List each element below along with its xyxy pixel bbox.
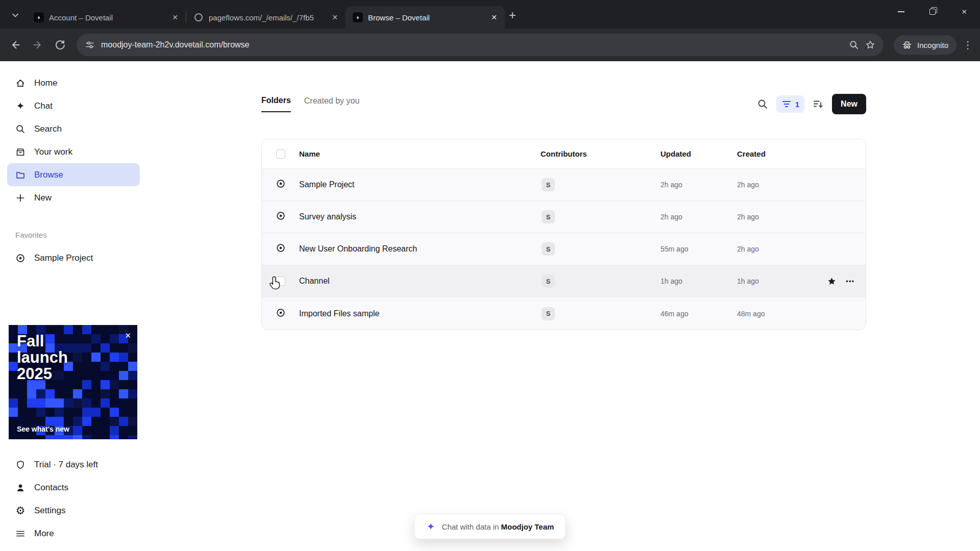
table-row-hovered[interactable]: Channel S 1h ago 1h ago ••• [262,265,866,297]
select-all-checkbox[interactable] [276,149,285,159]
row-updated: 2h ago [660,213,737,221]
browser-tab-browse[interactable]: ◗ Browse – Dovetail ✕ [346,6,505,29]
tab-search-button[interactable] [7,7,23,23]
avatar: S [542,178,555,191]
row-updated: 1h ago [660,277,737,285]
search-button[interactable] [757,98,768,110]
target-icon [276,243,286,255]
sidebar-item-trial[interactable]: Trial · 7 days left [7,453,140,476]
row-name[interactable]: New User Onboarding Research [299,244,541,254]
forward-icon [32,39,43,51]
browse-tabs-row: Folders Created by you 1 New [261,94,866,114]
browser-tab-pageflows[interactable]: pageflows.com/_/emails/_/7fb5 ✕ [186,6,346,29]
search-icon [757,98,768,110]
table-row[interactable]: Sample Project S 2h ago 2h ago [262,169,866,201]
sidebar-item-contacts[interactable]: Contacts [7,476,140,499]
table-row[interactable]: Survey analysis S 2h ago 2h ago [262,201,866,233]
row-created: 2h ago [737,213,805,221]
browser-tab-account[interactable]: ◗ Account – Dovetail ✕ [27,6,186,29]
tab-close-icon[interactable]: ✕ [488,12,500,23]
globe-favicon [193,12,204,22]
archive-icon [15,147,26,157]
new-button[interactable]: New [832,94,866,114]
column-header-contributors: Contributors [541,149,660,158]
incognito-label: Incognito [917,41,948,49]
reload-icon [55,39,66,51]
address-bar[interactable]: moodjoy-team-2h2v.dovetail.com/browse [77,34,884,56]
row-name[interactable]: Sample Project [299,180,541,189]
list-controls: 1 New [757,94,866,114]
dovetail-favicon: ◗ [353,12,363,22]
row-name[interactable]: Survey analysis [299,212,541,221]
sidebar-item-search[interactable]: Search [7,117,140,140]
home-icon [15,78,26,88]
close-button[interactable]: ✕ [948,0,980,23]
tab-title: Browse – Dovetail [368,13,483,22]
search-icon [15,124,26,134]
sidebar-item-label: Browse [34,170,63,180]
avatar: S [542,307,555,320]
sidebar-item-chat[interactable]: Chat [7,94,140,117]
tab-close-icon[interactable]: ✕ [329,12,340,23]
table-row[interactable]: New User Onboarding Research S 55m ago 2… [262,233,866,265]
folders-table: Name Contributors Updated Created Sample… [261,139,866,330]
minimize-button[interactable] [885,0,917,23]
window-controls: ✕ [885,0,980,23]
chevron-down-icon [12,12,19,19]
sidebar-item-your-work[interactable]: Your work [7,140,140,163]
filter-icon [781,99,792,109]
sidebar-item-browse[interactable]: Browse [7,163,140,186]
site-info-icon[interactable] [85,40,95,50]
sort-button[interactable] [813,98,824,110]
sidebar-item-home[interactable]: Home [7,71,140,94]
promo-card: Fall launch 2025 ✕ See what's new [9,325,137,439]
promo-link[interactable]: See what's new [17,425,69,433]
row-checkbox[interactable] [276,277,285,286]
avatar: S [542,210,555,223]
dovetail-favicon: ◗ [34,12,44,22]
row-menu-icon[interactable]: ••• [846,278,854,285]
tab-folders[interactable]: Folders [261,96,291,112]
back-button[interactable] [5,35,26,55]
browser-tab-strip: ◗ Account – Dovetail ✕ pageflows.com/_/e… [0,0,980,29]
sort-icon [813,98,824,110]
chat-with-data-pill[interactable]: Chat with data in Moodjoy Team [414,514,566,539]
sidebar-item-label: Trial · 7 days left [34,460,98,470]
forward-button[interactable] [28,35,48,55]
tab-title: Account – Dovetail [49,13,164,22]
column-header-created: Created [737,149,805,158]
sparkle-icon [15,101,26,111]
avatar: S [542,274,555,288]
avatar: S [542,242,555,256]
table-header: Name Contributors Updated Created [262,139,866,169]
row-actions: ••• [805,277,866,286]
table-row[interactable]: Imported Files sample S 46m ago 48m ago [262,297,866,330]
new-tab-button[interactable]: + [509,9,516,21]
favorite-item-sample-project[interactable]: Sample Project [7,246,140,269]
maximize-button[interactable] [917,0,948,23]
row-name[interactable]: Imported Files sample [299,309,541,318]
row-updated: 55m ago [660,245,737,253]
reload-button[interactable] [50,35,70,55]
browser-menu-button[interactable]: ⋮ [963,39,973,51]
chat-pill-text: Chat with data in [442,522,499,531]
shield-icon [15,460,26,470]
sidebar-item-label: Chat [34,101,53,111]
tab-created-by-you[interactable]: Created by you [304,96,360,112]
row-updated: 2h ago [660,181,737,189]
sidebar-item-settings[interactable]: ⚙ Settings [7,499,140,522]
promo-close-icon[interactable]: ✕ [125,331,131,340]
url-text[interactable]: moodjoy-team-2h2v.dovetail.com/browse [101,40,250,49]
hamburger-icon [15,529,26,539]
browser-toolbar: moodjoy-team-2h2v.dovetail.com/browse In… [0,29,980,61]
filter-button[interactable]: 1 [776,95,804,113]
favorite-star-icon[interactable] [827,277,837,286]
bookmark-star-icon[interactable] [865,40,875,50]
target-icon [276,179,286,191]
folder-icon [15,170,26,180]
sidebar-item-new[interactable]: New [7,186,140,209]
sidebar-item-more[interactable]: More [7,522,140,545]
row-name[interactable]: Channel [299,277,541,286]
tab-close-icon[interactable]: ✕ [169,12,181,23]
zoom-icon[interactable] [849,40,859,50]
